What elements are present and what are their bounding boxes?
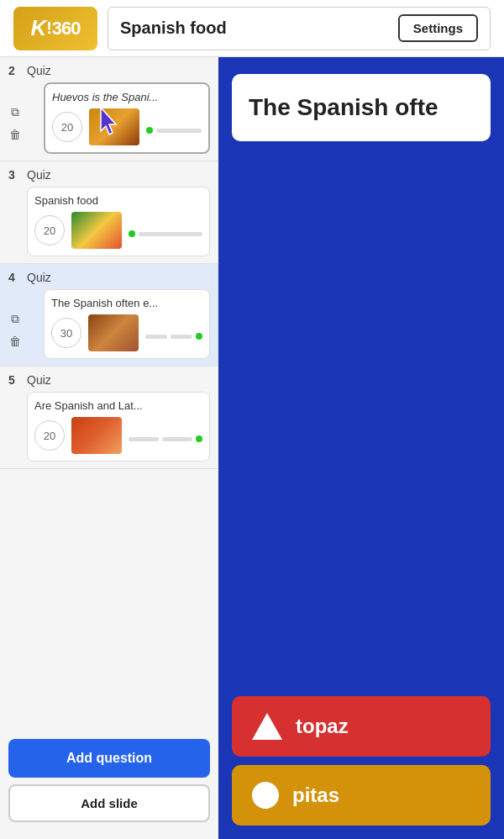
quiz-2-thumbnail xyxy=(89,108,139,145)
bar-3c xyxy=(139,232,202,236)
quiz-5-points: 20 xyxy=(34,420,65,451)
content-area: The Spanish ofte topaz pitas xyxy=(218,57,504,839)
circle-icon xyxy=(252,782,279,809)
add-slide-button[interactable]: Add slide xyxy=(8,784,210,822)
sidebar-bottom: Add question Add slide xyxy=(0,729,218,831)
quiz-card-4-title: The Spanish often e... xyxy=(51,297,202,309)
answer-option-1[interactable]: topaz xyxy=(232,696,491,757)
quiz-card-2[interactable]: Huevos is the Spani... 20 xyxy=(44,82,210,154)
copy-icon-4[interactable]: ⧉ xyxy=(8,311,22,327)
bar-dot-5 xyxy=(196,435,202,442)
answer-option-2[interactable]: pitas xyxy=(232,765,491,826)
question-box: The Spanish ofte xyxy=(232,74,491,141)
quiz-2-bars xyxy=(146,120,202,134)
quiz-3-points: 20 xyxy=(34,215,65,245)
answers-area: topaz pitas xyxy=(218,490,504,839)
header: K!360 Spanish food Settings xyxy=(0,0,504,57)
quiz-4-icons: ⧉ 🗑 xyxy=(8,289,22,349)
quiz-5-bars xyxy=(129,429,202,442)
food-image-1 xyxy=(89,108,139,145)
content-spacer xyxy=(218,155,504,490)
bar-3 xyxy=(156,129,202,133)
quiz-card-5[interactable]: Are Spanish and Lat... 20 xyxy=(27,392,210,462)
sidebar: 2 Quiz ⧉ 🗑 Huevos is the Spani... 20 xyxy=(0,57,218,839)
quiz-number-4: 4 xyxy=(8,271,22,284)
quiz-card-3[interactable]: Spanish food 20 xyxy=(27,187,210,256)
quiz-5-thumbnail xyxy=(71,417,122,454)
quiz-type-4: Quiz xyxy=(27,271,51,284)
answer-text-1: topaz xyxy=(296,715,349,738)
header-title-area: Spanish food Settings xyxy=(108,7,491,50)
triangle-icon xyxy=(252,713,282,740)
sidebar-item-quiz-5[interactable]: 5 Quiz Are Spanish and Lat... 20 xyxy=(0,367,218,469)
food-image-2 xyxy=(71,212,122,249)
sidebar-item-quiz-3[interactable]: 3 Quiz Spanish food 20 xyxy=(0,161,218,264)
bar-dot xyxy=(146,127,153,134)
copy-icon-2[interactable]: ⧉ xyxy=(8,104,22,120)
logo[interactable]: K!360 xyxy=(13,7,97,50)
quiz-card-2-title: Huevos is the Spani... xyxy=(52,91,202,103)
delete-icon-4[interactable]: 🗑 xyxy=(8,334,22,349)
main-layout: 2 Quiz ⧉ 🗑 Huevos is the Spani... 20 xyxy=(0,57,504,839)
delete-icon-2[interactable]: 🗑 xyxy=(8,127,22,142)
quiz-card-5-title: Are Spanish and Lat... xyxy=(34,399,202,412)
quiz-number-3: 3 xyxy=(8,168,22,182)
quiz-card-3-title: Spanish food xyxy=(34,194,202,207)
page-title: Spanish food xyxy=(120,18,227,38)
answer-text-2: pitas xyxy=(292,784,339,807)
food-image-4 xyxy=(71,417,122,454)
quiz-type-3: Quiz xyxy=(27,168,51,182)
quiz-number-5: 5 xyxy=(8,373,22,387)
bar-4c xyxy=(145,335,167,339)
logo-360: 360 xyxy=(52,18,81,40)
sidebar-item-quiz-4[interactable]: 4 Quiz ⧉ 🗑 The Spanish often e... 30 xyxy=(0,264,218,367)
quiz-2-points: 20 xyxy=(52,112,82,142)
food-image-3 xyxy=(88,314,139,351)
quiz-card-4[interactable]: The Spanish often e... 30 xyxy=(44,289,210,359)
quiz-3-bars xyxy=(129,224,202,237)
bar-4d xyxy=(171,335,192,339)
bar-dot-3 xyxy=(129,230,135,237)
quiz-4-thumbnail xyxy=(88,314,139,351)
quiz-2-icons: ⧉ 🗑 xyxy=(8,82,22,142)
add-question-button[interactable]: Add question xyxy=(8,739,210,778)
quiz-type-5: Quiz xyxy=(27,373,51,387)
logo-k: K xyxy=(30,15,45,41)
bar-dot-4 xyxy=(196,333,202,340)
settings-button[interactable]: Settings xyxy=(398,14,478,42)
quiz-4-points: 30 xyxy=(51,318,81,348)
quiz-type-2: Quiz xyxy=(27,64,51,77)
sidebar-item-quiz-2[interactable]: 2 Quiz ⧉ 🗑 Huevos is the Spani... 20 xyxy=(0,57,218,161)
quiz-number-2: 2 xyxy=(8,64,22,77)
question-text: The Spanish ofte xyxy=(249,94,438,121)
bar-5d xyxy=(162,437,192,441)
quiz-4-bars xyxy=(145,326,202,340)
logo-exclaim: ! xyxy=(46,18,51,38)
bar-5c xyxy=(129,437,159,441)
quiz-3-thumbnail xyxy=(71,212,122,249)
